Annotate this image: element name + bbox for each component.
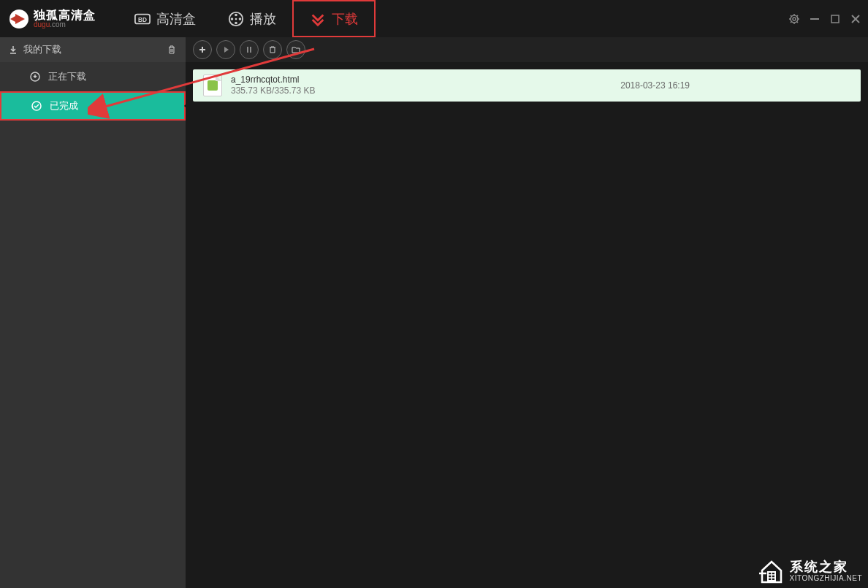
tab-hdbox[interactable]: BD 高清盒 xyxy=(118,0,212,37)
pause-button[interactable] xyxy=(240,40,259,59)
svg-rect-17 xyxy=(247,47,248,53)
file-info: a_19rrhcqtot.html 335.73 KB/335.73 KB xyxy=(231,75,315,96)
file-type-icon xyxy=(203,75,222,96)
watermark-icon xyxy=(759,559,784,584)
trash-icon[interactable] xyxy=(167,45,177,55)
minimize-icon xyxy=(809,13,821,25)
header-tabs: BD 高清盒 播放 下载 xyxy=(118,0,376,37)
download-small-icon xyxy=(9,45,18,54)
maximize-icon xyxy=(829,13,841,25)
plus-icon xyxy=(198,45,207,54)
gear-icon xyxy=(788,13,800,25)
trash-small-icon xyxy=(268,45,277,54)
svg-point-6 xyxy=(235,21,237,24)
active-indicator xyxy=(184,102,189,110)
maximize-button[interactable] xyxy=(829,12,842,26)
play-icon xyxy=(221,45,230,54)
reel-icon xyxy=(228,11,244,27)
pause-icon xyxy=(245,45,254,54)
add-button[interactable] xyxy=(193,40,212,59)
watermark: 系统之家 XITONGZHIJIA.NET xyxy=(759,559,863,584)
svg-text:BD: BD xyxy=(138,16,147,23)
svg-point-5 xyxy=(239,18,242,20)
file-list: a_19rrhcqtot.html 335.73 KB/335.73 KB 20… xyxy=(186,62,868,109)
svg-point-10 xyxy=(793,18,796,20)
check-circle-icon xyxy=(31,100,42,112)
svg-point-4 xyxy=(235,13,237,16)
start-button[interactable] xyxy=(216,40,235,59)
tab-download-label: 下载 xyxy=(332,10,358,28)
download-toolbar xyxy=(186,37,868,62)
window-controls xyxy=(788,0,862,37)
sidebar-header: 我的下载 xyxy=(0,37,186,62)
sidebar-item-label: 已完成 xyxy=(50,99,78,112)
logo-subtitle: dugu.com xyxy=(34,21,96,28)
app-header: 独孤高清盒 dugu.com BD 高清盒 播放 xyxy=(0,0,868,37)
close-button[interactable] xyxy=(849,12,862,26)
delete-button[interactable] xyxy=(263,40,282,59)
sidebar-header-label: 我的下载 xyxy=(23,43,61,56)
tab-play[interactable]: 播放 xyxy=(212,0,292,37)
tab-hdbox-label: 高清盒 xyxy=(156,10,196,28)
folder-button[interactable] xyxy=(286,40,305,59)
folder-icon xyxy=(292,45,300,54)
logo-title: 独孤高清盒 xyxy=(34,9,96,21)
file-row[interactable]: a_19rrhcqtot.html 335.73 KB/335.73 KB 20… xyxy=(193,69,861,102)
watermark-sub: XITONGZHIJIA.NET xyxy=(790,574,863,582)
svg-point-8 xyxy=(235,18,237,20)
tab-play-label: 播放 xyxy=(250,10,276,28)
close-icon xyxy=(850,13,861,25)
settings-button[interactable] xyxy=(788,12,801,26)
svg-point-7 xyxy=(231,18,234,20)
main-area: 我的下载 正在下载 已完成 xyxy=(0,37,868,588)
app-logo: 独孤高清盒 dugu.com xyxy=(0,9,118,29)
logo-icon xyxy=(9,9,29,29)
sidebar-item-label: 正在下载 xyxy=(48,70,86,83)
bd-icon: BD xyxy=(134,11,151,27)
svg-rect-12 xyxy=(831,15,839,23)
minimize-button[interactable] xyxy=(808,12,821,26)
sidebar: 我的下载 正在下载 已完成 xyxy=(0,37,186,588)
svg-rect-18 xyxy=(250,47,251,53)
download-double-icon xyxy=(310,11,326,27)
tab-download[interactable]: 下载 xyxy=(292,0,376,37)
file-date: 2018-03-23 16:19 xyxy=(620,80,690,91)
sidebar-item-downloading[interactable]: 正在下载 xyxy=(0,62,186,91)
downloading-icon xyxy=(29,71,41,83)
content-area: a_19rrhcqtot.html 335.73 KB/335.73 KB 20… xyxy=(186,37,868,588)
file-size: 335.73 KB/335.73 KB xyxy=(231,85,315,96)
sidebar-item-completed[interactable]: 已完成 xyxy=(0,91,186,121)
file-name: a_19rrhcqtot.html xyxy=(231,75,315,85)
watermark-title: 系统之家 xyxy=(790,560,863,575)
